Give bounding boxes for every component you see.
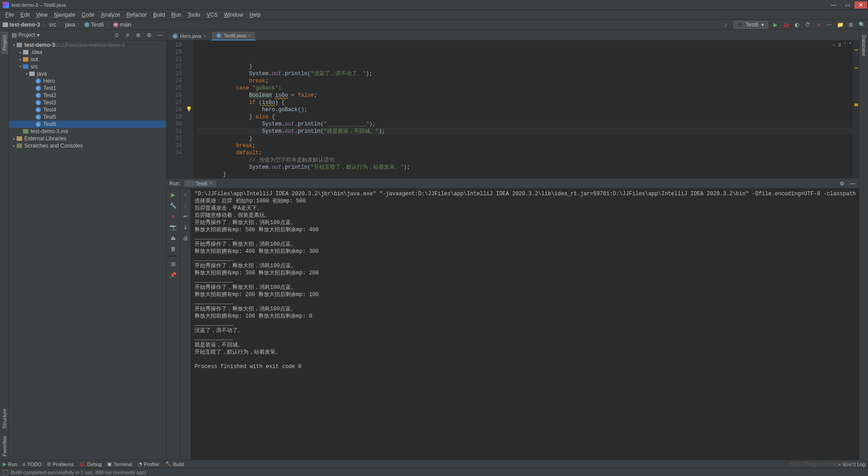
menu-build[interactable]: Build	[150, 11, 168, 19]
editor-tab[interactable]: CTest6.java×	[211, 31, 256, 40]
run-settings-icon[interactable]: ⚙	[838, 180, 845, 187]
collapse-all-button[interactable]: ≣	[135, 31, 142, 39]
coverage-button[interactable]: ◐	[793, 21, 800, 28]
tree-node[interactable]: CTest1	[9, 85, 166, 92]
hide-panel-button[interactable]: —	[156, 31, 163, 39]
up-button[interactable]: ↑	[182, 191, 189, 198]
bottom-tab-event-log[interactable]: ●Event Log	[838, 462, 865, 467]
tree-node[interactable]: CTest2	[9, 92, 166, 99]
menu-navigate[interactable]: Navigate	[51, 11, 78, 19]
window-close-button[interactable]: ✕	[854, 1, 867, 9]
tool-button[interactable]: 🔧	[170, 202, 177, 209]
scroll-end-button[interactable]: ⤓	[182, 224, 189, 231]
code-text[interactable]: ⚠ 3 ˄ ˅ } System.out.println("没蓝了，浪不动了。"…	[194, 40, 859, 178]
error-stripe[interactable]	[853, 40, 859, 178]
bottom-tab-todo[interactable]: ≡TODO	[23, 461, 41, 467]
tree-node[interactable]: CTest3	[9, 99, 166, 106]
tree-node[interactable]: ▾java	[9, 70, 166, 77]
tree-node[interactable]: ▾test-demo-3 D:\JJFiles\java-test\test-d…	[9, 41, 166, 49]
tree-node[interactable]: CTest6	[9, 121, 166, 128]
editor-inspection-status[interactable]: ⚠ 3 ˄ ˅	[832, 41, 852, 49]
side-tab-favorites[interactable]: Favorites	[1, 432, 8, 460]
debug-button[interactable]: 🐞	[782, 21, 790, 28]
layout-button[interactable]: ⊞	[170, 260, 177, 268]
menu-tools[interactable]: Tools	[185, 11, 203, 19]
menu-help[interactable]: Help	[247, 11, 263, 19]
tree-node[interactable]: CHero	[9, 77, 166, 85]
menu-window[interactable]: Window	[221, 11, 246, 19]
code-area[interactable]: 19202122232425262728293031323334 💡 ⚠ 3 ˄…	[167, 40, 859, 178]
bottom-tab-profiler[interactable]: ◔Profiler	[138, 461, 160, 467]
breadcrumb-java[interactable]: java	[65, 22, 75, 28]
pin-button[interactable]: 📌	[170, 271, 177, 278]
breadcrumb-class[interactable]: CTest6	[84, 22, 104, 28]
tree-node[interactable]: ▸.idea	[9, 49, 166, 56]
run-hide-button[interactable]: —	[849, 180, 856, 187]
select-opened-file-button[interactable]: ⊙	[113, 31, 120, 39]
stop-button[interactable]: ■	[815, 21, 822, 28]
breadcrumb-project[interactable]: test-demo-3	[3, 22, 40, 28]
menu-run[interactable]: Run	[169, 11, 184, 19]
tree-node[interactable]: ▸External Libraries	[9, 135, 166, 142]
bottom-tab-run[interactable]: ▶Run	[3, 461, 17, 467]
menu-file[interactable]: File	[3, 11, 17, 19]
window-maximize-button[interactable]: ▭	[841, 1, 854, 9]
soft-wrap-button[interactable]: ↩	[182, 213, 189, 220]
menu-edit[interactable]: Edit	[18, 11, 32, 19]
bottom-tab-debug[interactable]: 🐞Debug	[79, 461, 102, 467]
run-tab[interactable]: Test6 ×	[184, 180, 216, 187]
tree-node[interactable]: ▸Scratches and Consoles	[9, 142, 166, 149]
print-button[interactable]: 🖨	[182, 234, 189, 242]
chevron-down-icon[interactable]: ▾	[37, 32, 40, 38]
stop-run-button[interactable]: ■	[170, 213, 177, 220]
project-structure-button[interactable]: 📁	[836, 21, 844, 28]
project-tree[interactable]: ▾test-demo-3 D:\JJFiles\java-test\test-d…	[9, 40, 166, 460]
chevron-up-icon[interactable]: ˄	[844, 41, 846, 49]
menu-analyze[interactable]: Analyze	[98, 11, 123, 19]
menu-vcs[interactable]: VCS	[204, 11, 221, 19]
console-output[interactable]: "D:\JJFiles\app\IntelliJ IDEA 2020.3.2\j…	[191, 189, 859, 460]
exit-button[interactable]: ⏏	[170, 234, 177, 242]
search-everywhere-button[interactable]: 🔍	[858, 21, 865, 28]
close-icon[interactable]: ×	[248, 33, 251, 38]
tree-node[interactable]: test-demo-3.iml	[9, 128, 166, 135]
bottom-tab-terminal[interactable]: ▣Terminal	[107, 461, 132, 467]
expand-all-button[interactable]: ≡	[124, 31, 131, 39]
navigation-bar: test-demo-3 〉 src 〉 java 〉 CTest6 〉 mmai…	[0, 20, 868, 30]
close-icon[interactable]: ×	[203, 34, 206, 39]
side-tab-database[interactable]: Database	[860, 31, 868, 60]
tree-node[interactable]: ▾src	[9, 63, 166, 70]
folder-icon	[3, 22, 8, 27]
menu-view[interactable]: View	[33, 11, 50, 19]
delete-button[interactable]: 🗑	[170, 245, 177, 252]
dump-button[interactable]: 📷	[170, 224, 177, 231]
settings-button[interactable]: ⊞	[847, 21, 854, 28]
back-arrow-icon[interactable]: ↙	[723, 21, 730, 28]
status-icon[interactable]	[3, 470, 8, 475]
down-button[interactable]: ↓	[182, 202, 189, 209]
tree-node[interactable]: ▸out	[9, 56, 166, 63]
project-view-icon: ▤	[12, 32, 17, 38]
tree-node[interactable]: CTest4	[9, 106, 166, 113]
bottom-tab-problems[interactable]: ⊘Problems	[47, 461, 73, 467]
run-button[interactable]: ▶	[772, 21, 779, 28]
project-panel-title[interactable]: Project	[18, 32, 35, 38]
right-tool-strip: Database	[859, 30, 868, 460]
chevron-down-icon[interactable]: ˅	[849, 41, 852, 49]
breadcrumb-method[interactable]: mmain	[113, 22, 131, 28]
more-button[interactable]: ⋯	[826, 21, 833, 28]
rerun-button[interactable]: ▶	[170, 191, 177, 198]
side-tab-structure[interactable]: Structure	[1, 405, 8, 432]
bottom-tab-build[interactable]: 🔨Build	[165, 461, 184, 467]
menu-refactor[interactable]: Refactor	[124, 11, 149, 19]
menu-code[interactable]: Code	[79, 11, 97, 19]
tree-node[interactable]: CTest5	[9, 113, 166, 121]
settings-gear-icon[interactable]: ⚙	[145, 31, 153, 39]
close-icon[interactable]: ×	[210, 181, 212, 186]
profile-button[interactable]: ⏱	[804, 21, 811, 28]
side-tab-project[interactable]: Project	[1, 31, 8, 54]
breadcrumb-src[interactable]: src	[49, 22, 56, 28]
editor-tab[interactable]: CHero.java×	[167, 31, 211, 40]
run-config-selector[interactable]: Test6 ▾	[733, 21, 768, 29]
window-minimize-button[interactable]: —	[827, 1, 840, 9]
